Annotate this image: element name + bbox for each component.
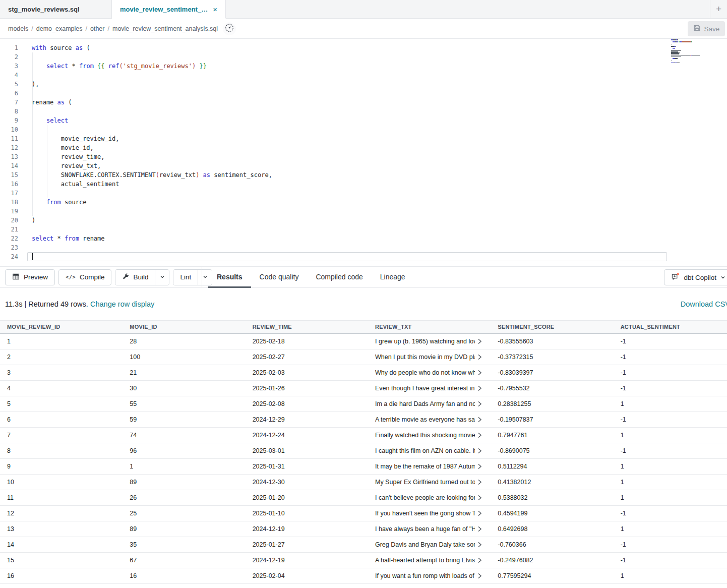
expand-cell-chevron-icon[interactable] (478, 385, 482, 391)
build-button[interactable]: Build (115, 270, 155, 285)
line-number: 19 (0, 207, 18, 216)
code-line[interactable]: 4 (0, 71, 727, 80)
expand-cell-chevron-icon[interactable] (478, 510, 482, 516)
expand-cell-chevron-icon[interactable] (478, 354, 482, 360)
code-line[interactable]: 14 review_txt, (0, 161, 727, 170)
code-line[interactable]: 22select * from rename (0, 234, 727, 243)
code-line[interactable]: 11 movie_review_id, (0, 134, 727, 143)
code-line[interactable]: 21 (0, 225, 727, 234)
expand-cell-chevron-icon[interactable] (478, 542, 482, 548)
review-text: My Super Ex Girlfriend turned out to b… (375, 479, 475, 486)
expand-cell-chevron-icon[interactable] (478, 370, 482, 376)
code-line[interactable]: 20) (0, 216, 727, 225)
explore-docs-button[interactable] (223, 22, 236, 35)
save-button[interactable]: Save (688, 21, 725, 36)
dbt-copilot-button[interactable]: dbt Copilot (664, 269, 727, 285)
breadcrumb: models / demo_examples / other / movie_r… (8, 25, 218, 32)
code-line[interactable]: 6 (0, 89, 727, 98)
tab-code-quality[interactable]: Code quality (251, 267, 308, 288)
tab-stg-movie-reviews[interactable]: stg_movie_reviews.sql (0, 0, 112, 18)
tab-label: movie_review_sentiment_… (120, 6, 208, 13)
code-line[interactable]: 10 (0, 125, 727, 134)
cell-actual_sentiment: -1 (614, 349, 727, 365)
code-line[interactable]: 8 (0, 107, 727, 116)
line-number: 1 (0, 43, 18, 52)
code-line[interactable]: 3 select * from {{ ref('stg_movie_review… (0, 62, 727, 71)
preview-label: Preview (24, 273, 48, 281)
expand-cell-chevron-icon[interactable] (478, 557, 482, 563)
preview-button[interactable]: Preview (5, 269, 55, 285)
close-icon[interactable]: × (213, 6, 217, 13)
build-dropdown-button[interactable] (155, 270, 169, 285)
table-row: 4302025-01-26Even though I have great in… (0, 380, 727, 396)
cell-sentiment_score: -0.7955532 (491, 380, 613, 396)
cell-review_txt: When I put this movie in my DVD playe… (368, 349, 491, 365)
compile-button[interactable]: </> Compile (58, 269, 111, 285)
cell-movie_review_id: 13 (0, 521, 123, 537)
tab-movie-review-sentiment[interactable]: movie_review_sentiment_… × (112, 0, 226, 19)
new-tab-button[interactable]: + (716, 4, 721, 15)
cell-sentiment_score: 0.41382012 (491, 474, 613, 490)
table-row: 912025-01-31It may be the remake of 1987… (0, 458, 727, 474)
cell-sentiment_score: -0.24976082 (491, 552, 613, 568)
lint-label: Lint (180, 273, 191, 281)
line-number: 17 (0, 189, 18, 198)
line-number: 11 (0, 134, 18, 143)
text-cursor (32, 253, 33, 260)
expand-cell-chevron-icon[interactable] (478, 338, 482, 344)
tab-results[interactable]: Results (208, 267, 251, 288)
cell-review_time: 2024-12-30 (246, 474, 368, 490)
review-text: It may be the remake of 1987 Autumn'… (375, 463, 475, 470)
cell-movie_id: 35 (123, 537, 245, 552)
code-line[interactable]: 24 (0, 252, 727, 261)
breadcrumb-part[interactable]: other (90, 25, 105, 32)
expand-cell-chevron-icon[interactable] (478, 479, 482, 485)
review-text: A half-hearted attempt to bring Elvis P… (375, 557, 475, 564)
code-line[interactable]: 1with source as ( (0, 43, 727, 52)
expand-cell-chevron-icon[interactable] (478, 448, 482, 454)
expand-cell-chevron-icon[interactable] (478, 573, 482, 579)
cell-sentiment_score: 0.5388032 (491, 490, 613, 505)
cell-movie_id: 28 (123, 333, 245, 349)
expand-cell-chevron-icon[interactable] (478, 495, 482, 501)
code-line[interactable]: 17 (0, 189, 727, 198)
breadcrumb-part[interactable]: demo_examples (36, 25, 83, 32)
change-row-display-link[interactable]: Change row display (90, 300, 154, 308)
cell-sentiment_score: -0.83039397 (491, 365, 613, 380)
table-row: 13892024-12-19I have always been a huge … (0, 521, 727, 537)
cell-review_txt: Why do people who do not know what… (368, 365, 491, 380)
cell-movie_id: 21 (123, 365, 245, 380)
tab-compiled-code[interactable]: Compiled code (307, 267, 371, 288)
expand-cell-chevron-icon[interactable] (478, 432, 482, 438)
expand-cell-chevron-icon[interactable] (478, 401, 482, 407)
expand-cell-chevron-icon[interactable] (478, 526, 482, 532)
cell-movie_id: 59 (123, 411, 245, 427)
code-line[interactable]: 12 movie_id, (0, 143, 727, 152)
cell-review_txt: I grew up (b. 1965) watching and lovin… (368, 333, 491, 349)
expand-cell-chevron-icon[interactable] (478, 463, 482, 469)
breadcrumb-part[interactable]: models (8, 25, 28, 32)
minimap[interactable] (671, 39, 707, 66)
code-line[interactable]: 5), (0, 80, 727, 89)
code-line[interactable]: 23 (0, 243, 727, 252)
download-csv-link[interactable]: Download CSV (681, 300, 727, 308)
code-editor[interactable]: 1with source as (23 select * from {{ ref… (0, 39, 727, 266)
code-line[interactable]: 2 (0, 52, 727, 62)
line-number: 3 (0, 62, 18, 71)
cell-review_time: 2025-01-27 (246, 537, 368, 552)
expand-cell-chevron-icon[interactable] (478, 417, 482, 423)
review-text: Even though I have great interest in Bi… (375, 385, 475, 392)
lint-button[interactable]: Lint (173, 270, 198, 285)
review-text: If you haven't seen the gong show TV s… (375, 510, 475, 517)
code-line[interactable]: 7rename as ( (0, 98, 727, 107)
line-number: 8 (0, 107, 18, 116)
code-line[interactable]: 16 actual_sentiment (0, 180, 727, 189)
code-line[interactable]: 19 (0, 207, 727, 216)
line-number: 13 (0, 152, 18, 161)
review-text: Greg Davis and Bryan Daly take some … (375, 541, 475, 548)
code-line[interactable]: 15 SNOWFLAKE.CORTEX.SENTIMENT(review_txt… (0, 170, 727, 180)
code-line[interactable]: 9 select (0, 116, 727, 125)
tab-lineage[interactable]: Lineage (372, 267, 414, 288)
code-line[interactable]: 13 review_time, (0, 152, 727, 161)
code-line[interactable]: 18 from source (0, 198, 727, 207)
